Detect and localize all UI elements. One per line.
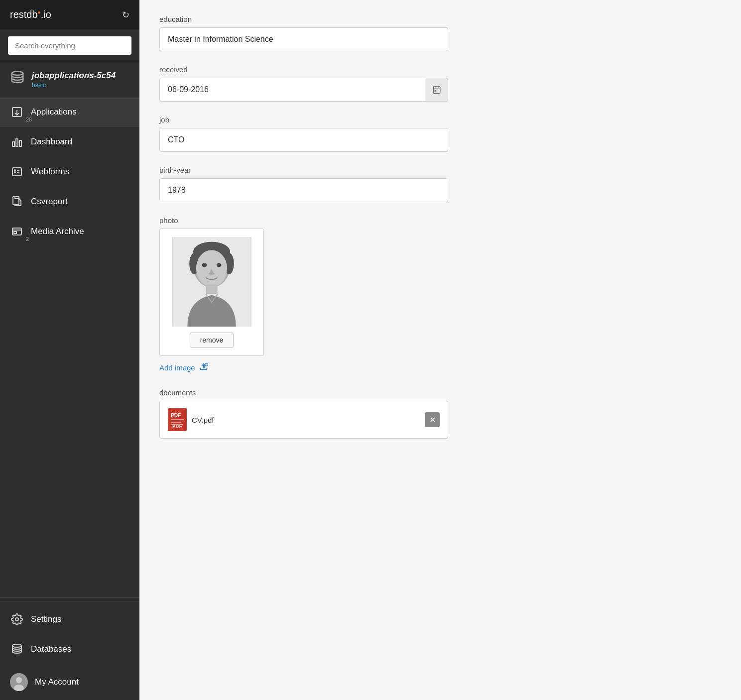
pdf-icon: PDF (168, 408, 187, 431)
svg-point-7 (14, 172, 15, 173)
sidebar-item-csvreport[interactable]: Csvreport (0, 187, 139, 217)
dashboard-label: Dashboard (31, 137, 72, 147)
svg-point-25 (217, 263, 222, 267)
sidebar: restdb●.io ↻ jobapplications-5c54 basic (0, 0, 139, 700)
db-section: jobapplications-5c54 basic (0, 62, 139, 97)
received-input[interactable] (159, 78, 448, 102)
education-input[interactable] (159, 27, 448, 51)
db-tier: basic (32, 82, 116, 89)
avatar (10, 673, 28, 691)
photo-label: photo (159, 216, 721, 225)
sidebar-item-media-archive[interactable]: Media Archive 2 (0, 217, 139, 246)
svg-point-24 (202, 263, 207, 267)
media-archive-count: 2 (26, 236, 29, 242)
databases-label: Databases (31, 644, 71, 654)
document-name: CV.pdf (192, 416, 214, 424)
documents-section: documents PDF CV.pdf ✕ (159, 388, 721, 439)
received-field: received (159, 65, 721, 102)
received-label: received (159, 65, 721, 74)
document-item: PDF CV.pdf (168, 408, 214, 431)
sidebar-item-my-account[interactable]: My Account (0, 664, 139, 700)
upload-icon (198, 361, 209, 374)
svg-rect-32 (171, 424, 183, 425)
add-image-link[interactable]: Add image (159, 361, 209, 374)
logo-dot: ● (38, 9, 41, 15)
sidebar-item-databases[interactable]: Databases (0, 634, 139, 664)
svg-rect-16 (433, 87, 440, 94)
sidebar-item-webforms[interactable]: Webforms (0, 157, 139, 187)
nav-items: Applications 28 Dashboard (0, 97, 139, 597)
applications-count: 28 (26, 117, 32, 122)
bottom-nav: Settings Databases (0, 597, 139, 700)
csvreport-label: Csvreport (31, 197, 68, 207)
remove-document-button[interactable]: ✕ (425, 412, 440, 427)
job-label: job (159, 116, 721, 124)
svg-point-0 (12, 72, 23, 76)
add-image-label: Add image (159, 363, 195, 372)
media-icon (10, 226, 24, 237)
svg-point-6 (14, 170, 15, 171)
refresh-icon[interactable]: ↻ (122, 9, 129, 20)
photo-box: remove (159, 229, 264, 356)
education-label: education (159, 15, 721, 23)
received-input-wrapper (159, 78, 448, 102)
birth-year-input[interactable] (159, 178, 448, 202)
svg-rect-4 (19, 140, 21, 146)
search-input[interactable] (8, 36, 131, 55)
remove-photo-button[interactable]: remove (190, 333, 234, 348)
svg-rect-31 (171, 422, 181, 423)
gear-icon (10, 613, 24, 625)
settings-label: Settings (31, 614, 61, 624)
svg-point-11 (15, 618, 18, 621)
applications-label: Applications (31, 107, 77, 117)
svg-rect-17 (435, 91, 436, 92)
sidebar-item-settings[interactable]: Settings (0, 604, 139, 634)
job-field: job (159, 116, 721, 152)
webforms-label: Webforms (31, 167, 69, 177)
svg-rect-3 (16, 139, 18, 146)
webform-icon (10, 166, 24, 178)
calendar-icon[interactable] (425, 78, 448, 102)
sidebar-item-applications[interactable]: Applications 28 (0, 97, 139, 127)
photo-image (172, 237, 251, 327)
documents-label: documents (159, 388, 721, 397)
logo: restdb●.io (10, 9, 51, 20)
svg-rect-8 (13, 197, 19, 205)
csv-icon (10, 196, 24, 208)
birth-year-field: birth-year (159, 166, 721, 202)
svg-point-14 (16, 677, 22, 683)
search-section (0, 29, 139, 62)
sidebar-item-dashboard[interactable]: Dashboard (0, 127, 139, 157)
documents-box: PDF CV.pdf ✕ (159, 401, 448, 439)
svg-rect-30 (171, 419, 184, 420)
job-input[interactable] (159, 128, 448, 152)
svg-point-12 (12, 644, 21, 647)
bar-chart-icon (10, 136, 24, 148)
databases-icon (10, 643, 24, 655)
svg-rect-10 (14, 232, 16, 233)
database-icon (10, 70, 25, 89)
photo-section: photo (159, 216, 721, 374)
svg-point-23 (196, 250, 227, 287)
sidebar-header: restdb●.io ↻ (0, 0, 139, 29)
media-archive-label: Media Archive (31, 227, 84, 236)
education-field: education (159, 15, 721, 51)
birth-year-label: birth-year (159, 166, 721, 174)
download-box-icon (10, 106, 24, 118)
db-info: jobapplications-5c54 basic (32, 71, 116, 89)
svg-text:PDF: PDF (171, 413, 181, 418)
main-content: education received job birth-year photo (139, 0, 741, 700)
svg-rect-2 (12, 142, 14, 146)
svg-rect-26 (206, 284, 217, 294)
db-name: jobapplications-5c54 (32, 71, 116, 81)
my-account-label: My Account (35, 677, 79, 687)
